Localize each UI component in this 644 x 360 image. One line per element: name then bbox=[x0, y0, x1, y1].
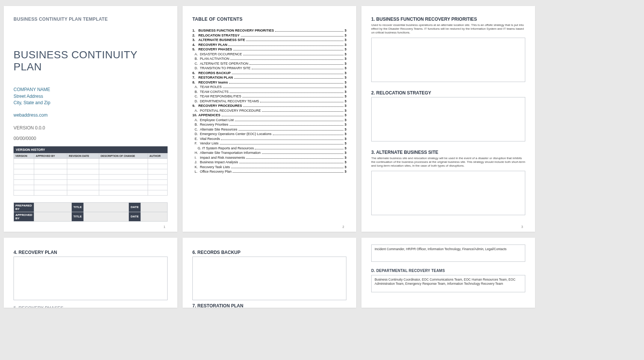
title-field[interactable] bbox=[83, 202, 128, 212]
doc-title: BUSINESS CONTINUITY PLAN bbox=[14, 49, 168, 73]
toc-row: B.PLAN ACTIVATION3 bbox=[192, 57, 346, 61]
web-address: webaddress.com bbox=[14, 112, 168, 118]
toc-label: Recovery Task Lists bbox=[200, 165, 230, 169]
toc-label: DEPARTMENTAL RECOVERY TEAMS bbox=[200, 99, 259, 103]
toc-row: C.TEAM RESPONSIBILITIES3 bbox=[192, 94, 346, 98]
section-3-field[interactable] bbox=[371, 171, 525, 215]
toc-label: RECORDS BACKUP bbox=[198, 71, 231, 75]
toc-page: 3 bbox=[345, 141, 346, 145]
table-row bbox=[14, 158, 168, 164]
toc-row: A.POTENTIAL RECOVERY PROCEDURE3 bbox=[192, 109, 346, 112]
signature-table: PREPARED BY TITLE DATE APPROVED BY TITLE… bbox=[14, 202, 168, 222]
toc-num: 5. bbox=[192, 47, 198, 51]
version-line: VERSION 0.0.0 bbox=[14, 125, 168, 131]
toc-num: D. bbox=[192, 132, 200, 136]
toc-row: 9.RECOVERY PROCEDURES3 bbox=[192, 104, 346, 108]
toc-page: 3 bbox=[345, 109, 346, 112]
toc-list: 1.BUSINESS FUNCTION RECOVERY PRIORITIES3… bbox=[192, 29, 346, 173]
approved-by-label: APPROVED BY bbox=[14, 212, 34, 221]
page-number: 2 bbox=[342, 225, 344, 229]
section-4-field[interactable] bbox=[14, 257, 168, 300]
section-1-desc: Used to recover essential business opera… bbox=[371, 23, 525, 35]
page-number: 1 bbox=[163, 225, 165, 229]
toc-page: 3 bbox=[345, 165, 346, 169]
toc-num: B. bbox=[192, 90, 200, 94]
toc-num: 7. bbox=[192, 76, 198, 79]
toc-page: 3 bbox=[345, 94, 346, 98]
street-address: Street Address bbox=[14, 93, 168, 100]
toc-label: Business Impact Analysis bbox=[200, 160, 238, 164]
toc-num: 6. bbox=[192, 71, 198, 75]
toc-page: 3 bbox=[345, 66, 346, 70]
sub-d-heading: D. DEPARTMENTAL RECOVERY TEAMS bbox=[371, 269, 525, 273]
title-label-2: TITLE bbox=[71, 212, 83, 221]
toc-num: K. bbox=[192, 165, 200, 169]
toc-page: 3 bbox=[345, 128, 346, 131]
toc-row: C.Alternate Site Resources3 bbox=[192, 128, 346, 131]
toc-dots bbox=[230, 57, 343, 60]
toc-page: 3 bbox=[345, 43, 346, 47]
date-field[interactable] bbox=[141, 202, 167, 212]
toc-dots bbox=[228, 43, 343, 46]
approved-by-field[interactable] bbox=[34, 212, 71, 221]
section-2-field[interactable] bbox=[371, 97, 525, 141]
teams-field-1[interactable]: Incident Commander, HR/PR Officer, Infor… bbox=[371, 245, 525, 262]
toc-row: D.Emergency Operations Center (EOC) Loca… bbox=[192, 132, 346, 136]
page-5: 6. RECORDS BACKUP 7. RESTORATION PLAN Al… bbox=[183, 238, 356, 308]
table-row bbox=[14, 185, 168, 190]
toc-dots bbox=[246, 156, 343, 159]
section-6-field[interactable] bbox=[192, 257, 346, 300]
toc-num: B. bbox=[192, 57, 200, 61]
toc-page: 3 bbox=[345, 137, 346, 141]
toc-page: 3 bbox=[345, 146, 346, 150]
prepared-by-label: PREPARED BY bbox=[14, 202, 34, 212]
toc-row: F.Vendor Lists3 bbox=[192, 141, 346, 145]
toc-num: B. bbox=[192, 123, 200, 126]
toc-num: A. bbox=[192, 118, 200, 122]
section-1-field[interactable] bbox=[371, 38, 525, 82]
toc-page: 3 bbox=[345, 151, 346, 155]
toc-num: D. bbox=[192, 66, 200, 70]
toc-row: 8.RECOVERY teams3 bbox=[192, 81, 346, 84]
toc-dots bbox=[262, 109, 343, 112]
version-history-header: VERSION HISTORY bbox=[14, 146, 168, 153]
toc-num: 3. bbox=[192, 38, 198, 42]
toc-row: 4.RECOVERY PLAN3 bbox=[192, 43, 346, 47]
toc-page: 3 bbox=[345, 38, 346, 42]
toc-dots bbox=[231, 166, 343, 168]
toc-page: 3 bbox=[345, 33, 346, 37]
toc-label: RECOVERY PLAN bbox=[198, 43, 227, 47]
toc-label: TEAM ROLES bbox=[200, 85, 222, 89]
toc-dots bbox=[249, 62, 343, 65]
title-field-2[interactable] bbox=[83, 212, 128, 221]
toc-dots bbox=[220, 142, 343, 144]
toc-dots bbox=[223, 85, 343, 88]
date-label: DATE bbox=[128, 202, 141, 212]
toc-row: A.DISASTER OCCURRENCE3 bbox=[192, 52, 346, 56]
section-3-desc: The alternate business site and relocati… bbox=[371, 156, 525, 168]
toc-page: 3 bbox=[345, 57, 346, 61]
prepared-by-field[interactable] bbox=[34, 202, 71, 212]
toc-row: D.DEPARTMENTAL RECOVERY TEAMS3 bbox=[192, 99, 346, 103]
toc-dots bbox=[260, 100, 343, 102]
toc-row: I.Impact and Risk Assessments3 bbox=[192, 156, 346, 159]
toc-title: TABLE OF CONTENTS bbox=[192, 17, 346, 22]
toc-label: BUSINESS FUNCTION RECOVERY PRIORITIES bbox=[198, 29, 274, 32]
toc-row: 7.RESTORATION PLAN3 bbox=[192, 76, 346, 79]
toc-dots bbox=[242, 95, 343, 97]
toc-row: D.TRANSITION TO PRIMARY SITE3 bbox=[192, 66, 346, 70]
teams-field-2[interactable]: Business Continuity Coordinator, EOC Com… bbox=[371, 275, 525, 292]
toc-label: RESTORATION PLAN bbox=[198, 76, 233, 79]
title-label: TITLE bbox=[71, 202, 83, 212]
toc-num: L. bbox=[192, 170, 200, 173]
toc-label: Recovery Priorities bbox=[200, 123, 228, 126]
date-field-2[interactable] bbox=[141, 212, 167, 221]
toc-row: J.Business Impact Analysis3 bbox=[192, 160, 346, 164]
toc-label: ALTERNATE SITE OPERATION bbox=[200, 62, 248, 65]
toc-row: 2.RELOCATION STRATEGY3 bbox=[192, 33, 346, 37]
toc-row: A.TEAM ROLES3 bbox=[192, 85, 346, 89]
toc-row: 5.RECOVERY PHASES3 bbox=[192, 47, 346, 51]
toc-label: POTENTIAL RECOVERY PROCEDURE bbox=[200, 109, 261, 112]
toc-label: TEAM CONTACTS bbox=[200, 90, 228, 94]
toc-label: RECOVERY PHASES bbox=[198, 47, 232, 51]
